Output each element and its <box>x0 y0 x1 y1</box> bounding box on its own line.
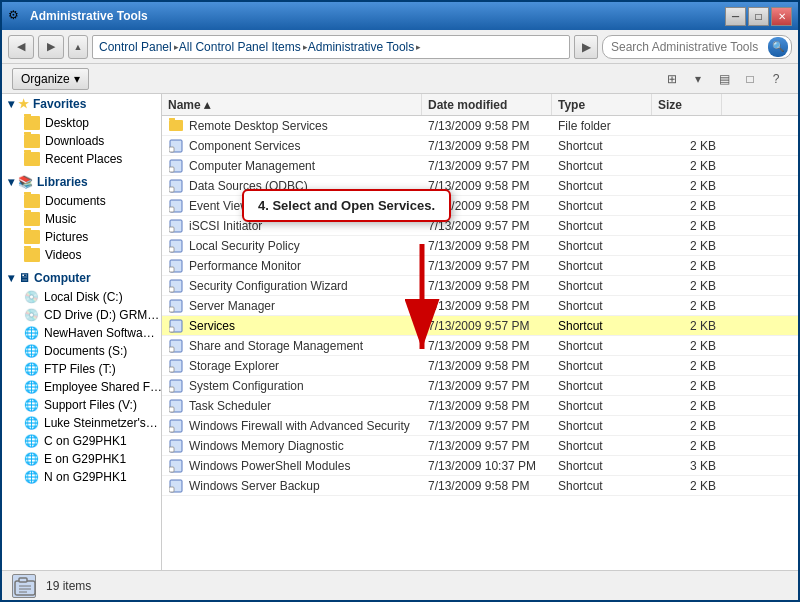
file-name: Security Configuration Wizard <box>189 279 348 293</box>
view-dropdown-button[interactable]: ▾ <box>686 68 710 90</box>
organize-button[interactable]: Organize ▾ <box>12 68 89 90</box>
table-row[interactable]: Services7/13/2009 9:57 PMShortcut2 KB <box>162 316 798 336</box>
sidebar-item-documents-s[interactable]: 🌐 Documents (S:) <box>2 342 161 360</box>
sidebar-item-luke[interactable]: 🌐 Luke Steinmetzer's… <box>2 414 161 432</box>
table-row[interactable]: iSCSI Initiator7/13/2009 9:57 PMShortcut… <box>162 216 798 236</box>
table-row[interactable]: Computer Management7/13/2009 9:57 PMShor… <box>162 156 798 176</box>
sidebar-item-c-g29[interactable]: 🌐 C on G29PHK1 <box>2 432 161 450</box>
sidebar-header-libraries[interactable]: ▾ 📚 Libraries <box>2 172 161 192</box>
search-wrap: 🔍 <box>602 35 792 59</box>
table-row[interactable]: Performance Monitor7/13/2009 9:57 PMShor… <box>162 256 798 276</box>
address-go-button[interactable]: ▶ <box>574 35 598 59</box>
sidebar-item-desktop[interactable]: Desktop <box>2 114 161 132</box>
sidebar-item-cd-drive[interactable]: 💿 CD Drive (D:) GRM… <box>2 306 161 324</box>
view-help-button[interactable]: ? <box>764 68 788 90</box>
local-disk-icon: 💿 <box>24 290 39 304</box>
address-bar: ◀ ▶ ▲ Control Panel ▸ All Control Panel … <box>2 30 798 64</box>
sidebar-item-downloads[interactable]: Downloads <box>2 132 161 150</box>
file-type: Shortcut <box>552 259 652 273</box>
sidebar-header-favorites[interactable]: ▾ ★ Favorites <box>2 94 161 114</box>
file-size: 2 KB <box>652 219 722 233</box>
minimize-button[interactable]: ─ <box>725 7 746 26</box>
sidebar-luke-label: Luke Steinmetzer's… <box>44 416 158 430</box>
search-button[interactable]: 🔍 <box>768 37 788 57</box>
up-button[interactable]: ▲ <box>68 35 88 59</box>
table-row[interactable]: Task Scheduler7/13/2009 9:58 PMShortcut2… <box>162 396 798 416</box>
table-row[interactable]: Event Viewer7/13/2009 9:58 PMShortcut2 K… <box>162 196 798 216</box>
docs-s-icon: 🌐 <box>24 344 39 358</box>
support-icon: 🌐 <box>24 398 39 412</box>
view-preview-button[interactable]: □ <box>738 68 762 90</box>
sidebar-item-pictures[interactable]: Pictures <box>2 228 161 246</box>
file-size: 2 KB <box>652 199 722 213</box>
table-row[interactable]: Windows Server Backup7/13/2009 9:58 PMSh… <box>162 476 798 496</box>
col-header-date[interactable]: Date modified <box>422 94 552 115</box>
downloads-icon <box>24 134 40 148</box>
computer-label: Computer <box>34 271 91 285</box>
file-date: 7/13/2009 9:58 PM <box>422 299 552 313</box>
c-g29-icon: 🌐 <box>24 434 39 448</box>
table-row[interactable]: Storage Explorer7/13/2009 9:58 PMShortcu… <box>162 356 798 376</box>
sidebar-documents-label: Documents <box>45 194 106 208</box>
sidebar-item-e-g29[interactable]: 🌐 E on G29PHK1 <box>2 450 161 468</box>
column-headers: Name ▴ Date modified Type Size <box>162 94 798 116</box>
view-pane-button[interactable]: ▤ <box>712 68 736 90</box>
table-row[interactable]: Local Security Policy7/13/2009 9:58 PMSh… <box>162 236 798 256</box>
status-count: 19 items <box>46 579 91 593</box>
col-header-size[interactable]: Size <box>652 94 722 115</box>
col-header-name[interactable]: Name ▴ <box>162 94 422 115</box>
sidebar-item-music[interactable]: Music <box>2 210 161 228</box>
file-type: Shortcut <box>552 379 652 393</box>
table-row[interactable]: Component Services7/13/2009 9:58 PMShort… <box>162 136 798 156</box>
sidebar-employee-label: Employee Shared F… <box>44 380 161 394</box>
table-row[interactable]: Remote Desktop Services7/13/2009 9:58 PM… <box>162 116 798 136</box>
pictures-icon <box>24 230 40 244</box>
breadcrumb-control-panel[interactable]: Control Panel ▸ <box>99 40 179 54</box>
sidebar-item-ftp[interactable]: 🌐 FTP Files (T:) <box>2 360 161 378</box>
close-button[interactable]: ✕ <box>771 7 792 26</box>
libraries-triangle: ▾ <box>8 175 14 189</box>
sidebar-header-computer[interactable]: ▾ 🖥 Computer <box>2 268 161 288</box>
sidebar-item-newhaven[interactable]: 🌐 NewHaven Softwa… <box>2 324 161 342</box>
restore-button[interactable]: □ <box>748 7 769 26</box>
e-g29-icon: 🌐 <box>24 452 39 466</box>
back-button[interactable]: ◀ <box>8 35 34 59</box>
sidebar-item-employee[interactable]: 🌐 Employee Shared F… <box>2 378 161 396</box>
file-type: Shortcut <box>552 199 652 213</box>
sidebar-item-recent[interactable]: Recent Places <box>2 150 161 168</box>
n-g29-icon: 🌐 <box>24 470 39 484</box>
window-title: Administrative Tools <box>30 9 725 23</box>
table-row[interactable]: Data Sources (ODBC)7/13/2009 9:58 PMShor… <box>162 176 798 196</box>
search-input[interactable] <box>602 35 792 59</box>
table-row[interactable]: Share and Storage Management7/13/2009 9:… <box>162 336 798 356</box>
view-details-button[interactable]: ⊞ <box>660 68 684 90</box>
file-size: 2 KB <box>652 259 722 273</box>
table-row[interactable]: Security Configuration Wizard7/13/2009 9… <box>162 276 798 296</box>
sidebar-item-n-g29[interactable]: 🌐 N on G29PHK1 <box>2 468 161 486</box>
file-name: Local Security Policy <box>189 239 300 253</box>
table-row[interactable]: Server Manager7/13/2009 9:58 PMShortcut2… <box>162 296 798 316</box>
file-type: Shortcut <box>552 159 652 173</box>
shortcut-icon <box>168 258 184 274</box>
breadcrumb[interactable]: Control Panel ▸ All Control Panel Items … <box>92 35 570 59</box>
sidebar-item-local-disk[interactable]: 💿 Local Disk (C:) <box>2 288 161 306</box>
forward-button[interactable]: ▶ <box>38 35 64 59</box>
sidebar-item-support[interactable]: 🌐 Support Files (V:) <box>2 396 161 414</box>
sidebar-item-documents[interactable]: Documents <box>2 192 161 210</box>
svg-rect-25 <box>169 387 174 392</box>
file-size: 2 KB <box>652 159 722 173</box>
file-size: 2 KB <box>652 379 722 393</box>
col-header-type[interactable]: Type <box>552 94 652 115</box>
newhaven-icon: 🌐 <box>24 326 39 340</box>
table-row[interactable]: Windows Firewall with Advanced Security7… <box>162 416 798 436</box>
sidebar-item-videos[interactable]: Videos <box>2 246 161 264</box>
table-row[interactable]: System Configuration7/13/2009 9:57 PMSho… <box>162 376 798 396</box>
luke-icon: 🌐 <box>24 416 39 430</box>
sidebar-c-g29-label: C on G29PHK1 <box>44 434 127 448</box>
breadcrumb-all-items[interactable]: All Control Panel Items ▸ <box>179 40 308 54</box>
table-row[interactable]: Windows PowerShell Modules7/13/2009 10:3… <box>162 456 798 476</box>
sidebar-newhaven-label: NewHaven Softwa… <box>44 326 155 340</box>
svg-rect-11 <box>169 247 174 252</box>
table-row[interactable]: Windows Memory Diagnostic7/13/2009 9:57 … <box>162 436 798 456</box>
breadcrumb-admin-tools[interactable]: Administrative Tools ▸ <box>308 40 422 54</box>
